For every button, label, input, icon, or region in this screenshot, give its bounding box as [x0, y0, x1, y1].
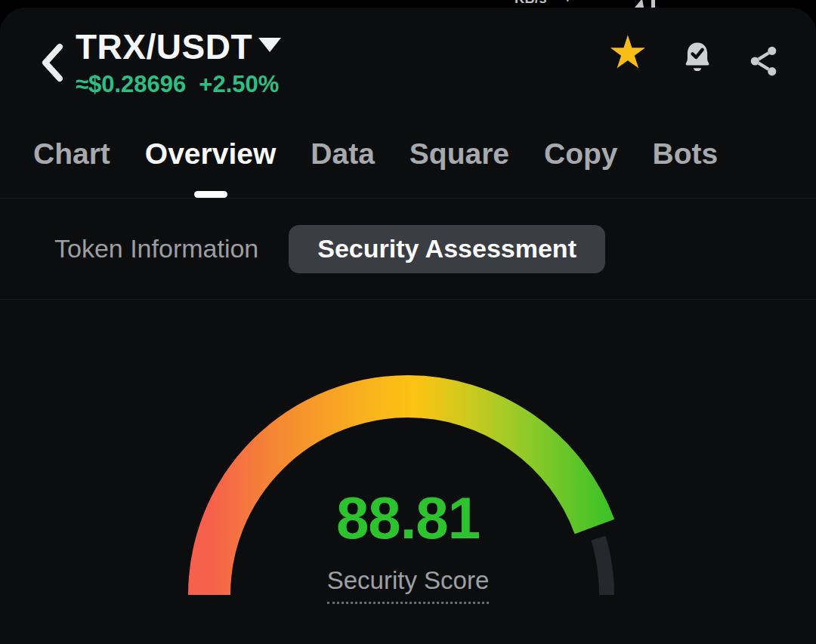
- tab-copy[interactable]: Copy: [544, 137, 618, 198]
- tab-bots[interactable]: Bots: [653, 137, 719, 198]
- price-row: ≈$0.28696+2.50%: [76, 71, 279, 98]
- subtab-security-assessment[interactable]: Security Assessment: [289, 225, 605, 273]
- favorite-star-icon[interactable]: ★: [607, 30, 648, 75]
- trading-pair-title[interactable]: TRX/USDT: [76, 27, 252, 66]
- security-score-label-wrap: Security Score: [0, 566, 816, 604]
- main-tab-bar: Chart Overview Data Square Copy Bots: [0, 128, 816, 199]
- tab-data[interactable]: Data: [311, 137, 375, 198]
- overview-subtab-bar: Token Information Security Assessment: [0, 199, 816, 300]
- security-score-value: 88.81: [0, 488, 816, 548]
- status-icon-fragment: [633, 0, 659, 8]
- network-down-arrow-icon: ▾: [564, 0, 571, 6]
- status-bar-sliver: KB/s ▾: [0, 0, 816, 8]
- tab-square[interactable]: Square: [410, 137, 509, 198]
- pair-dropdown-caret-icon[interactable]: [258, 38, 281, 52]
- subtab-token-information[interactable]: Token Information: [54, 234, 258, 263]
- approx-price: ≈$0.28696: [76, 71, 186, 97]
- back-button[interactable]: [38, 42, 66, 83]
- security-score-label[interactable]: Security Score: [327, 566, 490, 604]
- security-score-panel: 88.81 Security Score: [0, 300, 816, 644]
- app-card: TRX/USDT ≈$0.28696+2.50% ★ Chart Overvie…: [0, 8, 816, 644]
- share-icon[interactable]: [746, 44, 781, 79]
- price-change-percent: +2.50%: [199, 71, 279, 97]
- network-speed-label: KB/s: [515, 0, 547, 7]
- alert-bell-check-icon[interactable]: [678, 39, 716, 77]
- tab-overview[interactable]: Overview: [145, 137, 276, 198]
- token-detail-screen: KB/s ▾ TRX/USDT ≈$0.28696+2.50% ★: [0, 0, 816, 644]
- tab-chart[interactable]: Chart: [33, 137, 110, 198]
